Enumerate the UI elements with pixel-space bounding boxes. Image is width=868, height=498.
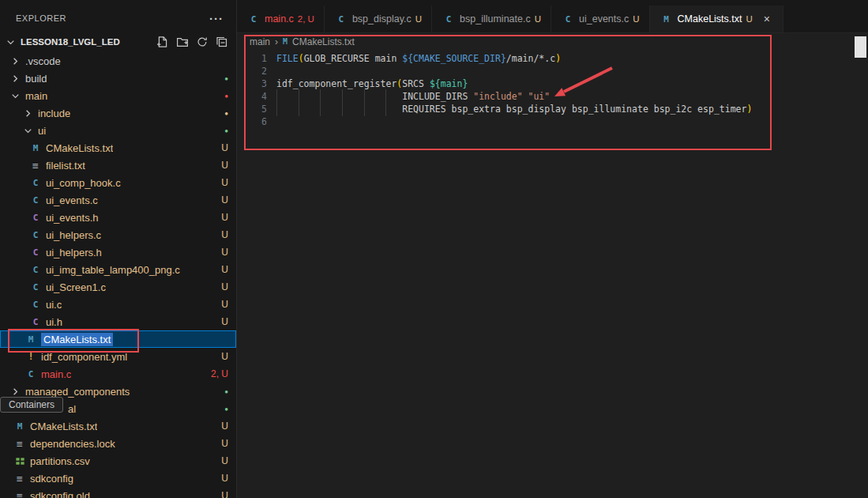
tree-item-label: ui_img_table_lamp400_png.c bbox=[46, 264, 180, 276]
git-status-badge: ● bbox=[220, 406, 228, 413]
indent-guide bbox=[276, 102, 277, 116]
git-status-badge: U bbox=[216, 421, 228, 432]
collapse-all-icon[interactable] bbox=[216, 36, 228, 48]
h-file-icon: C bbox=[28, 246, 43, 258]
line-number: 1 bbox=[237, 52, 267, 65]
tree-item-label: ui_events.c bbox=[46, 194, 98, 206]
new-file-icon[interactable] bbox=[156, 36, 169, 48]
tree-item-label: CMakeLists.txt bbox=[30, 421, 97, 432]
code-line-2[interactable]: 2 bbox=[237, 65, 868, 77]
git-status-badge: U bbox=[216, 177, 228, 188]
git-status-badge: U bbox=[216, 473, 228, 484]
tree-file-filelist-txt[interactable]: ≡filelist.txtU bbox=[0, 157, 236, 174]
breadcrumb-separator-icon: › bbox=[275, 36, 278, 47]
git-status-badge: ● bbox=[220, 92, 228, 100]
code-line-text: INCLUDE_DIRS "include" "ui" bbox=[276, 90, 550, 103]
code-line-6[interactable]: 6 bbox=[237, 115, 868, 128]
c-file-icon: C bbox=[28, 228, 43, 241]
tree-folder-vscode[interactable]: .vscode bbox=[0, 52, 236, 70]
tree-file-ui-img-table-lamp400-png-c[interactable]: Cui_img_table_lamp400_png.cU bbox=[0, 261, 236, 278]
breadcrumb-item-main[interactable]: main bbox=[250, 36, 270, 47]
git-status-badge: U bbox=[216, 194, 228, 206]
c-file-icon: C bbox=[442, 13, 456, 25]
git-status-badge: U bbox=[216, 212, 228, 223]
project-section-header[interactable]: LESSON18_LVGL_LED bbox=[0, 32, 236, 52]
more-actions-icon[interactable]: ··· bbox=[209, 12, 224, 25]
tree-folder-build[interactable]: build● bbox=[0, 70, 236, 87]
tree-file-cmakelists-txt[interactable]: MCMakeLists.txt bbox=[0, 330, 236, 348]
tree-item-label: ui.c bbox=[46, 299, 62, 311]
new-folder-icon[interactable] bbox=[176, 36, 189, 48]
chevron-down-icon bbox=[8, 89, 22, 102]
text-file-icon: ≡ bbox=[28, 159, 43, 172]
tab-bsp-illuminate-c[interactable]: Cbsp_illuminate.cU bbox=[432, 6, 551, 32]
tree-item-label: ui_helpers.c bbox=[46, 229, 101, 241]
code-line-5[interactable]: 5 REQUIRES bsp_extra bsp_display bsp_ill… bbox=[237, 103, 868, 115]
tree-file-cmakelists-txt[interactable]: MCMakeLists.txtU bbox=[0, 417, 236, 435]
tree-folder-ui[interactable]: ui● bbox=[0, 122, 236, 139]
tab-ui-events-c[interactable]: Cui_events.cU bbox=[551, 6, 650, 32]
code-line-text: idf_component_register(SRCS ${main} bbox=[276, 77, 468, 90]
tree-item-label: CMakeLists.txt bbox=[46, 142, 113, 154]
tree-folder-main[interactable]: main● bbox=[0, 87, 236, 104]
cmake-file-icon: M bbox=[659, 13, 674, 25]
tree-item-label: include bbox=[38, 108, 70, 119]
git-status-badge: 2, U bbox=[206, 368, 228, 379]
tree-file-sdkconfig-old[interactable]: ≡sdkconfig.oldU bbox=[0, 487, 236, 498]
close-tab-icon[interactable]: × bbox=[761, 13, 773, 25]
tree-file-ui-events-h[interactable]: Cui_events.hU bbox=[0, 209, 236, 226]
code-line-text: REQUIRES bsp_extra bsp_display bsp_illum… bbox=[276, 103, 752, 115]
git-status-badge: U bbox=[216, 316, 228, 327]
line-number: 6 bbox=[237, 115, 267, 128]
tree-file-dependencies-lock[interactable]: ≡dependencies.lockU bbox=[0, 435, 236, 452]
h-file-icon: C bbox=[28, 211, 43, 224]
tree-item-label: filelist.txt bbox=[46, 160, 85, 172]
tree-file-cmakelists-txt[interactable]: MCMakeLists.txtU bbox=[0, 139, 236, 157]
tree-item-label: ui_helpers.h bbox=[46, 247, 102, 258]
tree-item-label: sdkconfig bbox=[30, 473, 73, 485]
git-status-badge: U bbox=[216, 490, 228, 498]
breadcrumb-item-file[interactable]: CMakeLists.txt bbox=[292, 36, 355, 47]
editor-region: Cmain.c2, UCbsp_display.cUCbsp_illuminat… bbox=[237, 0, 868, 498]
tree-item-label: ui_comp_hook.c bbox=[46, 177, 121, 189]
tree-folder-include[interactable]: include● bbox=[0, 104, 236, 122]
tree-file-ui-c[interactable]: Cui.cU bbox=[0, 296, 236, 313]
code-line-1[interactable]: 1FILE(GLOB_RECURSE main ${CMAKE_SOURCE_D… bbox=[237, 52, 868, 65]
containers-tooltip: Containers bbox=[0, 397, 63, 413]
tree-item-label: dependencies.lock bbox=[30, 438, 115, 450]
tree-file-partitions-csv[interactable]: partitions.csvU bbox=[0, 452, 236, 470]
tree-file-ui-helpers-c[interactable]: Cui_helpers.cU bbox=[0, 226, 236, 243]
tree-file-idf-component-yml[interactable]: !idf_component.ymlU bbox=[0, 348, 236, 365]
tree-file-ui-comp-hook-c[interactable]: Cui_comp_hook.cU bbox=[0, 174, 236, 191]
tree-file-ui-screen1-c[interactable]: Cui_Screen1.cU bbox=[0, 278, 236, 296]
code-line-4[interactable]: 4 INCLUDE_DIRS "include" "ui" bbox=[237, 90, 868, 103]
h-file-icon: C bbox=[28, 315, 43, 328]
line-number: 5 bbox=[237, 103, 267, 115]
tree-file-sdkconfig[interactable]: ≡sdkconfigU bbox=[0, 470, 236, 487]
git-status-badge: U bbox=[216, 264, 228, 275]
tab-bsp-display-c[interactable]: Cbsp_display.cU bbox=[325, 6, 432, 32]
tree-file-ui-helpers-h[interactable]: Cui_helpers.hU bbox=[0, 243, 236, 261]
chevron-right-icon bbox=[8, 55, 22, 67]
c-file-icon: C bbox=[28, 176, 43, 189]
tree-file-main-c[interactable]: Cmain.c2, U bbox=[0, 365, 236, 383]
chevron-right-icon bbox=[8, 72, 22, 85]
refresh-icon[interactable] bbox=[196, 36, 209, 48]
chevron-right-icon bbox=[21, 107, 35, 119]
cmake-file-icon: M bbox=[283, 38, 287, 46]
tab-label: bsp_display.c bbox=[352, 13, 411, 25]
tree-file-ui-events-c[interactable]: Cui_events.cU bbox=[0, 191, 236, 209]
git-status-badge: U bbox=[216, 438, 228, 449]
git-status-badge: U bbox=[216, 351, 228, 362]
tree-file-ui-h[interactable]: Cui.hU bbox=[0, 313, 236, 330]
tree-item-label: al bbox=[68, 403, 76, 415]
code-editor[interactable]: 1FILE(GLOB_RECURSE main ${CMAKE_SOURCE_D… bbox=[237, 51, 868, 498]
tree-item-label: main bbox=[25, 90, 47, 102]
indent-guide bbox=[320, 102, 321, 116]
minimap[interactable] bbox=[855, 36, 866, 58]
tree-item-label: ui.h bbox=[46, 316, 62, 328]
tab-main-c[interactable]: Cmain.c2, U bbox=[237, 6, 325, 32]
code-line-3[interactable]: 3idf_component_register(SRCS ${main} bbox=[237, 77, 868, 90]
tab-cmakelists-txt[interactable]: MCMakeLists.txtU× bbox=[650, 6, 783, 32]
tree-item-label: managed_components bbox=[25, 386, 130, 398]
